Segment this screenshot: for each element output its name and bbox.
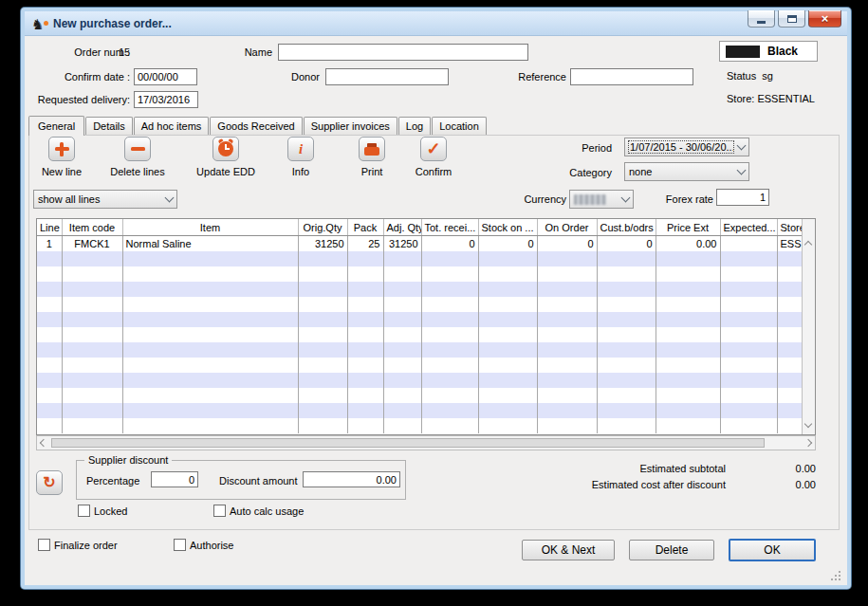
auto-calc-usage-checkbox[interactable]: Auto calc usage <box>213 505 304 517</box>
empty-cell <box>62 297 122 312</box>
empty-cell <box>777 266 802 282</box>
empty-cell <box>37 342 62 358</box>
col-header-pack[interactable]: Pack <box>347 219 383 236</box>
col-header-adj-qty[interactable]: Adj. Qty <box>383 219 421 236</box>
confirm-button[interactable]: Confirm <box>394 137 473 177</box>
col-header-store[interactable]: Store: <box>777 219 802 236</box>
vertical-scrollbar[interactable] <box>802 219 815 434</box>
empty-cell <box>421 266 478 282</box>
delete-lines-button[interactable]: Delete lines <box>98 137 177 177</box>
forex-rate-input[interactable] <box>716 189 769 206</box>
order-line-row-empty[interactable] <box>37 403 802 418</box>
col-header-item[interactable]: Item <box>122 219 298 236</box>
category-dropdown[interactable]: none <box>624 162 749 181</box>
empty-cell <box>597 373 656 388</box>
order-line-row-empty[interactable] <box>37 266 802 282</box>
col-header-cust-backorders[interactable]: Cust.b/odrs <box>597 219 656 236</box>
order-line-row-empty[interactable] <box>37 358 802 373</box>
empty-cell <box>537 251 597 266</box>
empty-cell <box>777 418 802 433</box>
new-line-button[interactable]: New line <box>22 137 102 177</box>
tab-supplier-invoices[interactable]: Supplier invoices <box>304 117 397 135</box>
currency-dropdown[interactable] <box>569 190 634 209</box>
close-button[interactable]: × <box>808 10 841 28</box>
cell-stock-on-hand: 0 <box>478 236 537 252</box>
update-edd-button[interactable]: Update EDD <box>186 137 266 177</box>
col-header-price-ext[interactable]: Price Ext <box>656 219 720 236</box>
recalculate-discount-button[interactable] <box>36 470 63 495</box>
empty-cell <box>62 373 122 388</box>
order-line-row-empty[interactable] <box>37 327 802 342</box>
confirm-date-input[interactable] <box>134 68 197 85</box>
maximize-button[interactable] <box>778 10 805 28</box>
col-header-item-code[interactable]: Item code <box>62 219 122 236</box>
cell-tot-received: 0 <box>421 236 478 252</box>
empty-cell <box>122 403 298 418</box>
col-header-expected[interactable]: Expected... <box>720 219 777 236</box>
reference-input[interactable] <box>570 68 693 85</box>
empty-cell <box>720 373 777 388</box>
empty-cell <box>62 388 122 403</box>
scroll-down-icon[interactable] <box>804 420 812 428</box>
cell-store: ESS... <box>777 236 802 252</box>
delete-button[interactable]: Delete <box>629 540 714 560</box>
empty-cell <box>122 358 298 373</box>
col-header-stock-on-hand[interactable]: Stock on ... <box>478 219 537 236</box>
order-line-row-empty[interactable] <box>37 418 802 433</box>
empty-cell <box>537 373 597 388</box>
tab-log[interactable]: Log <box>398 117 431 135</box>
col-header-orig-qty[interactable]: Orig.Qty <box>298 219 347 236</box>
tab-location[interactable]: Location <box>432 117 487 135</box>
scroll-right-icon[interactable] <box>802 436 815 450</box>
empty-cell <box>537 327 597 342</box>
col-header-line[interactable]: Line <box>37 219 62 236</box>
empty-cell <box>383 342 421 358</box>
window-titlebar[interactable]: ♞ New purchase order... × <box>25 11 847 36</box>
col-header-on-order[interactable]: On Order <box>537 219 597 236</box>
ok-button[interactable]: OK <box>729 539 816 561</box>
tab-general[interactable]: General <box>28 116 84 136</box>
locked-checkbox[interactable]: Locked <box>78 505 127 517</box>
col-header-tot-received[interactable]: Tot. recei... <box>421 219 478 236</box>
tab-details[interactable]: Details <box>85 117 133 135</box>
horizontal-scrollbar[interactable] <box>36 435 816 450</box>
checkbox-icon <box>213 505 226 517</box>
empty-cell <box>537 297 597 312</box>
cell-cust-backorders: 0 <box>597 236 656 252</box>
order-line-row-empty[interactable] <box>37 342 802 358</box>
show-lines-dropdown[interactable]: show all lines <box>33 190 177 209</box>
donor-input[interactable] <box>325 68 449 85</box>
horizontal-scroll-thumb[interactable] <box>51 438 765 448</box>
empty-cell <box>720 342 777 358</box>
order-line-row-empty[interactable] <box>37 251 802 266</box>
checkmark-icon <box>420 137 447 161</box>
tab-ad-hoc-items[interactable]: Ad hoc items <box>134 117 210 135</box>
info-button[interactable]: Info <box>261 137 341 177</box>
authorise-checkbox[interactable]: Authorise <box>174 539 233 551</box>
empty-cell <box>720 312 777 327</box>
ok-and-next-button[interactable]: OK & Next <box>522 540 615 560</box>
scroll-up-icon[interactable] <box>804 241 812 248</box>
empty-cell <box>656 297 720 312</box>
resize-grip[interactable] <box>829 569 842 582</box>
requested-delivery-input[interactable] <box>134 91 198 108</box>
order-line-row-empty[interactable] <box>37 312 802 327</box>
order-line-row-empty[interactable] <box>37 282 802 297</box>
percentage-input[interactable] <box>151 471 198 487</box>
order-line-row-empty[interactable] <box>37 297 802 312</box>
finalize-order-checkbox[interactable]: Finalize order <box>38 539 118 551</box>
status-value: sg <box>762 70 773 82</box>
empty-cell <box>597 358 656 373</box>
minimize-button[interactable] <box>748 10 775 28</box>
color-selector[interactable]: Black <box>719 41 818 62</box>
order-line-row-empty[interactable] <box>37 373 802 388</box>
order-line-row[interactable]: 1 FMCK1 Normal Saline 31250 25 31250 0 0… <box>37 236 802 252</box>
discount-amount-input[interactable] <box>303 471 400 487</box>
order-line-row-empty[interactable] <box>37 388 802 403</box>
empty-cell <box>383 388 421 403</box>
scroll-left-icon[interactable] <box>37 436 50 450</box>
period-dropdown[interactable]: 1/07/2015 - 30/06/20... <box>624 138 749 156</box>
tab-goods-received[interactable]: Goods Received <box>210 117 302 135</box>
name-input[interactable] <box>278 44 528 61</box>
store-label: Store: <box>727 93 754 104</box>
